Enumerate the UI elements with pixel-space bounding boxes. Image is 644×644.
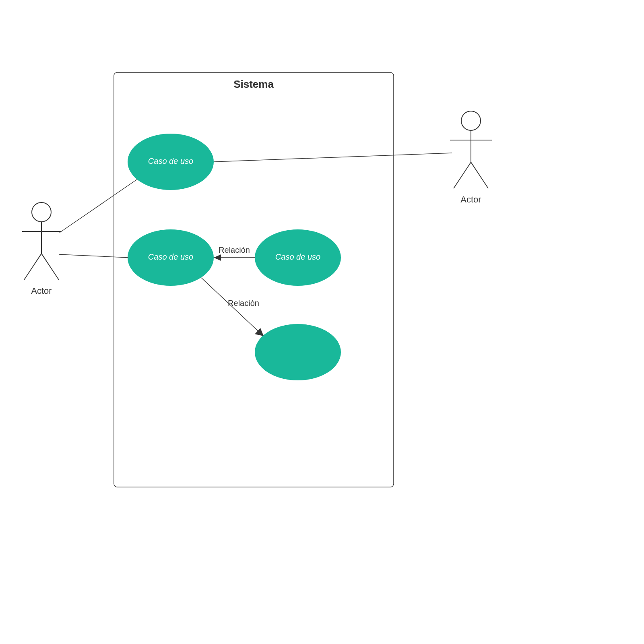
usecase-2-label: Caso de uso	[148, 252, 193, 261]
svg-line-6	[454, 162, 471, 188]
actor-icon	[32, 202, 51, 222]
svg-marker-9	[214, 254, 221, 261]
actor-left-label: Actor	[31, 286, 52, 296]
usecase-3-label: Caso de uso	[275, 252, 320, 261]
svg-line-2	[24, 254, 41, 280]
usecase-4	[255, 324, 341, 380]
use-case-diagram: Sistema Caso de uso Caso de uso Caso de …	[0, 0, 644, 644]
assoc-actorleft-uc2	[59, 254, 128, 258]
svg-line-7	[471, 162, 488, 188]
relation-1-label: Relación	[219, 246, 250, 254]
actor-right-label: Actor	[460, 194, 481, 204]
system-title: Sistema	[233, 78, 274, 90]
relation-2-label: Relación	[228, 299, 259, 308]
assoc-actorleft-uc1	[60, 180, 137, 233]
actor-icon	[461, 111, 481, 130]
svg-line-3	[41, 254, 59, 280]
actor-right: Actor	[450, 111, 492, 204]
relation-uc3-to-uc2: Relación	[214, 246, 255, 261]
relation-uc2-to-uc4: Relación	[201, 278, 264, 336]
usecase-1-label: Caso de uso	[148, 157, 193, 165]
assoc-uc1-actorright	[214, 153, 452, 162]
actor-left: Actor	[22, 202, 61, 296]
